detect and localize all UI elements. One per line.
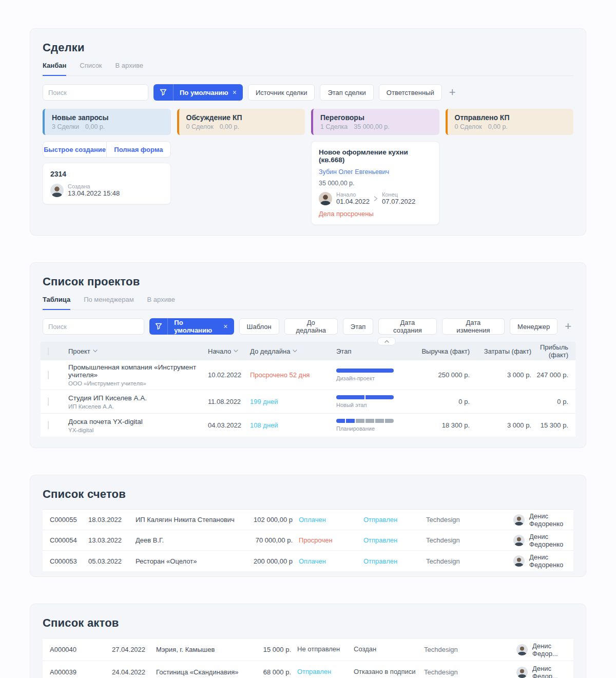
tab-list[interactable]: Список: [80, 62, 102, 75]
invoices-list: C000055 18.03.2022 ИП Калягин Никита Сте…: [43, 509, 573, 571]
stage-progressbar: [336, 369, 394, 373]
doc-status: Отказано в подписи: [354, 665, 424, 678]
manager-name: Денис Федоренко: [529, 533, 566, 548]
act-amount: 15 000 р.: [251, 646, 297, 653]
deal-card[interactable]: 2314 Создана 13.04.2022 15:48: [43, 163, 171, 204]
client-name: ИП Калягин Никита Степанович: [136, 516, 247, 524]
table-row[interactable]: Студия ИП Киселев А.А.ИП Киселев А.А. 11…: [41, 390, 575, 414]
filter-deal-source-button[interactable]: Источник сделки: [248, 84, 315, 101]
filter-chip-label: По умолчанию: [174, 89, 232, 96]
payment-status: Оплачен: [299, 516, 363, 524]
invoice-number: C000055: [50, 516, 88, 524]
kanban-column-new-requests[interactable]: Новые запросы 3 Сделки0,00 р.: [43, 109, 171, 135]
deals-tabs: Канбан Список В архиве: [43, 62, 573, 76]
full-form-button[interactable]: Полная форма: [107, 142, 170, 157]
filter-deal-stage-button[interactable]: Этап сделки: [320, 84, 373, 101]
manager-name: Денис Федоренко: [529, 553, 566, 569]
avatar: [513, 555, 525, 567]
header-deadline[interactable]: До дедлайна: [250, 347, 336, 355]
header-project[interactable]: Проект: [68, 347, 208, 355]
filter-deadline-button[interactable]: До дедлайна: [284, 318, 338, 335]
filter-stage-button[interactable]: Этап: [343, 318, 373, 335]
search-input[interactable]: [43, 84, 148, 101]
created-label: Создана: [68, 183, 120, 189]
stage-progressbar: [336, 395, 394, 399]
kanban-column-sent-proposal[interactable]: Отправлено КП 0 Сделок0,00 р.: [446, 109, 574, 135]
kanban-column-negotiations[interactable]: Переговоры 1 Сделка35 000,00 р.: [311, 109, 439, 135]
start-date: 11.08.2022: [208, 398, 250, 405]
projects-controls: По умолчанию × Шаблон До дедлайна Этап Д…: [43, 318, 573, 335]
act-row[interactable]: A000040 27.04.2022 Мэрия, г. Камышев 15 …: [43, 638, 573, 661]
collapse-toggle[interactable]: [377, 337, 396, 345]
search-input[interactable]: [43, 318, 144, 335]
default-filter-chip[interactable]: По умолчанию ×: [153, 84, 243, 101]
header-costs: Затраты (факт): [470, 347, 531, 355]
tab-archive[interactable]: В архиве: [116, 62, 143, 75]
column-sum: 0,00 р.: [85, 123, 105, 130]
tab-archive[interactable]: В архиве: [147, 296, 175, 309]
column-name: Обсуждение КП: [186, 113, 298, 122]
start-label: Начало: [336, 191, 370, 198]
costs-value: 3 000 р.: [470, 421, 531, 429]
tab-by-managers[interactable]: По менеджерам: [84, 296, 133, 309]
filter-chip-label: По умолчанию: [168, 319, 222, 334]
profit-value: 0 р.: [531, 398, 568, 405]
table-header: Проект Начало До дедлайна Этап Выручка (…: [41, 342, 575, 360]
projects-table: Проект Начало До дедлайна Этап Выручка (…: [41, 342, 575, 437]
deal-card[interactable]: Новое оформление кухни (кв.668) Зубин Ол…: [311, 141, 439, 225]
column-name: Переговоры: [320, 113, 432, 122]
default-filter-chip[interactable]: По умолчанию ×: [149, 318, 234, 335]
quick-create-button[interactable]: Быстрое создание: [43, 142, 107, 157]
row-checkbox[interactable]: [48, 397, 49, 406]
header-start[interactable]: Начало: [208, 347, 250, 355]
company-name: Techdesign: [424, 646, 516, 653]
company-name: Techdesign: [426, 557, 513, 565]
invoice-row[interactable]: C000055 18.03.2022 ИП Калягин Никита Сте…: [43, 510, 573, 530]
act-number: A000039: [50, 668, 112, 676]
manager-name: Денис Федоренко: [529, 512, 566, 528]
column-name: Отправлено КП: [455, 113, 567, 122]
clear-filter-icon[interactable]: ×: [232, 88, 243, 96]
page-title: Список проектов: [43, 275, 573, 288]
projects-tabs: Таблица По менеджерам В архиве: [43, 296, 573, 310]
company-name: Techdesign: [426, 536, 513, 544]
act-row[interactable]: A000039 24.04.2022 Гостиница «Скандинави…: [43, 661, 573, 678]
column-sum: 0,00 р.: [488, 123, 508, 130]
filter-created-button[interactable]: Дата создания: [378, 318, 436, 335]
tab-table[interactable]: Таблица: [43, 296, 70, 310]
table-row[interactable]: Промышленная компания «Инструмент учител…: [41, 360, 575, 390]
filter-template-button[interactable]: Шаблон: [239, 318, 279, 335]
row-checkbox[interactable]: [48, 371, 49, 379]
add-filter-icon[interactable]: +: [447, 87, 458, 98]
invoice-row[interactable]: C000054 13.03.2022 Деев В.Г. 70 000,00 р…: [43, 530, 573, 551]
invoice-amount: 102 000,00 р: [247, 516, 299, 524]
filter-manager-button[interactable]: Менеджер: [510, 318, 557, 335]
add-filter-icon[interactable]: +: [563, 321, 573, 332]
send-status: Отправлен: [363, 536, 426, 544]
filter-modified-button[interactable]: Дата изменения: [442, 318, 505, 335]
deal-amount: 35 000,00 р.: [319, 180, 432, 187]
column-name: Новые запросы: [52, 113, 164, 122]
end-label: Конец: [382, 191, 415, 198]
client-name: Деев В.Г.: [136, 536, 247, 544]
table-row[interactable]: Доска почета YX-digitalYX-digital 04.03.…: [41, 414, 575, 437]
row-checkbox[interactable]: [48, 421, 49, 430]
overdue-warning: Дела просрочены: [319, 210, 432, 218]
select-all-checkbox[interactable]: [48, 347, 49, 356]
kanban-column-discussion[interactable]: Обсуждение КП 0 Сделок0,00 р.: [177, 109, 305, 135]
avatar: [516, 667, 528, 678]
contact-link[interactable]: Зубин Олег Евгеньевич: [319, 168, 432, 176]
create-buttons: Быстрое создание Полная форма: [43, 141, 171, 158]
header-stage: Этап: [336, 347, 413, 355]
send-status: Отправлен: [363, 557, 426, 565]
column-sum: 35 000,00 р.: [354, 123, 390, 130]
start-date: 04.03.2022: [208, 421, 250, 429]
deals-panel: Сделки Канбан Список В архиве По умолчан…: [30, 28, 586, 236]
tab-kanban[interactable]: Канбан: [43, 62, 66, 76]
avatar: [513, 514, 525, 526]
clear-filter-icon[interactable]: ×: [222, 322, 234, 331]
revenue-value: 0 р.: [413, 398, 470, 405]
invoice-row[interactable]: C000053 05.03.2022 Ресторан «Оцелот» 200…: [43, 551, 573, 571]
invoices-panel: Список счетов C000055 18.03.2022 ИП Каля…: [30, 475, 586, 577]
filter-responsible-button[interactable]: Ответственный: [379, 84, 442, 101]
